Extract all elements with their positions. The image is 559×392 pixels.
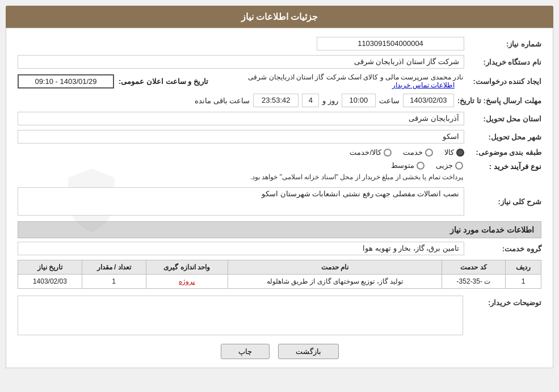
purchase-type-row: نوع فرآیند خرید : جزیی متوسط پرداخت تمام… [18, 161, 541, 183]
cell-unit: پروژه [146, 275, 228, 289]
category-row: طبقه بندی موضوعی: کالا خدمت کالا/خدمت [18, 148, 541, 157]
buyer-notes-row: توضیحات خریدار: [18, 296, 541, 335]
buyer-org-label: نام دستگاه خریدار: [468, 58, 541, 66]
date-value: 1403/01/29 - 09:10 [18, 74, 114, 88]
purchase-option-jozi[interactable]: جزیی [436, 161, 463, 170]
service-group-label: گروه خدمت: [468, 245, 541, 253]
radio-motavasset-icon [417, 162, 424, 170]
deadline-days-label: روز و [322, 96, 338, 105]
date-label: تاریخ و ساعت اعلان عمومی: [119, 77, 208, 86]
buyer-notes-textarea[interactable] [18, 296, 463, 335]
city-label: شهر محل تحویل: [468, 133, 541, 141]
purchase-radio-group: جزیی متوسط [18, 161, 463, 170]
buyer-org-row: نام دستگاه خریدار: شرکت گاز استان اذربای… [18, 55, 541, 69]
creator-label: ایجاد کننده درخواست: [468, 77, 541, 86]
service-group-value: تامین برق، گاز، بخار و تهویه هوا [18, 242, 464, 255]
main-card: شماره نیاز: 1103091504000004 نام دستگاه … [6, 28, 553, 368]
deadline-days: 4 [302, 94, 319, 107]
col-row: ردیف [506, 260, 541, 275]
cell-name: تولید گاز، توزیع سوختهای گازی از طریق شا… [228, 275, 442, 289]
need-desc-row: شرح کلی نیاز: نصب اتصالات مفصلی جهت رفع … [18, 187, 541, 216]
col-date: تاریخ نیاز [18, 260, 82, 275]
cell-row: 1 [506, 275, 541, 289]
contact-link[interactable]: اطلاعات تماس خریدار [392, 81, 455, 89]
services-section-header: اطلاعات خدمات مورد نیاز [18, 221, 541, 238]
purchase-type-content: جزیی متوسط پرداخت تمام یا بخشی از مبلغ خ… [18, 161, 463, 183]
page-header: جزئیات اطلاعات نیاز [6, 6, 553, 28]
category-label: طبقه بندی موضوعی: [468, 148, 541, 157]
need-desc-value: نصب اتصالات مفصلی جهت رفع نشتی انشعابات … [18, 187, 464, 216]
purchase-note: پرداخت تمام یا بخشی از مبلغ خریدار از مح… [18, 172, 463, 183]
deadline-date: 1403/02/03 [403, 94, 454, 107]
deadline-label: مهلت ارسال پاسخ: تا تاریخ: [457, 96, 541, 105]
radio-kala-icon [456, 149, 464, 157]
radio-jozi-label: جزیی [436, 161, 453, 170]
need-number-value: 1103091504000004 [317, 37, 464, 50]
button-row: بازگشت چاپ [18, 344, 541, 359]
category-radio-group: کالا خدمت کالا/خدمت [350, 148, 464, 157]
radio-kala-label: کالا [444, 148, 454, 157]
print-button[interactable]: چاپ [221, 344, 270, 359]
province-value: آذربایجان شرقی [18, 112, 464, 125]
back-button[interactable]: بازگشت [278, 344, 339, 359]
purchase-option-motavasset[interactable]: متوسط [391, 161, 424, 170]
need-number-label: شماره نیاز: [468, 40, 541, 48]
category-option-kala-khedmat[interactable]: کالا/خدمت [350, 148, 392, 157]
radio-motavasset-label: متوسط [391, 161, 414, 170]
purchase-type-label: نوع فرآیند خرید : [468, 161, 541, 171]
deadline-remaining: 23:53:42 [253, 94, 299, 107]
buyer-notes-label: توضیحات خریدار: [468, 296, 541, 307]
need-desc-label: شرح کلی نیاز: [468, 197, 541, 206]
col-unit: واحد اندازه گیری [146, 260, 228, 275]
deadline-time-label: ساعت [379, 96, 400, 105]
deadline-time: 10:00 [342, 94, 376, 107]
radio-khedmat-icon [425, 149, 433, 157]
page-title: جزئیات اطلاعات نیاز [241, 12, 318, 22]
radio-kala-khedmat-label: کالا/خدمت [350, 148, 381, 157]
radio-kala-khedmat-icon [384, 149, 392, 157]
city-row: شهر محل تحویل: اسکو [18, 130, 541, 144]
services-table: ردیف کد حدمت نام حدمت واحد اندازه گیری ت… [18, 260, 541, 289]
need-desc-section: شرح کلی نیاز: نصب اتصالات مفصلی جهت رفع … [18, 187, 541, 216]
category-option-khedmat[interactable]: خدمت [403, 148, 433, 157]
creator-name: نادر محمدی سرپرست مالی و کالای اسک شرکت … [218, 73, 463, 89]
deadline-remaining-label: ساعت باقی مانده [195, 96, 250, 105]
creator-date-row: ایجاد کننده درخواست: نادر محمدی سرپرست م… [18, 73, 541, 89]
col-name: نام حدمت [228, 260, 442, 275]
service-group-row: گروه خدمت: تامین برق، گاز، بخار و تهویه … [18, 242, 541, 255]
cell-code: ت -35-352- [442, 275, 505, 289]
table-row: 1 ت -35-352- تولید گاز، توزیع سوختهای گا… [18, 275, 541, 289]
buyer-org-value: شرکت گاز استان اذربایجان شرقی [18, 55, 464, 69]
cell-date: 1403/02/03 [18, 275, 82, 289]
cell-qty: 1 [82, 275, 146, 289]
col-qty: تعداد / مقدار [82, 260, 146, 275]
province-row: استان محل تحویل: آذربایجان شرقی [18, 112, 541, 125]
col-code: کد حدمت [442, 260, 505, 275]
deadline-row: مهلت ارسال پاسخ: تا تاریخ: 1403/02/03 سا… [18, 94, 541, 107]
radio-jozi-icon [455, 162, 463, 170]
radio-khedmat-label: خدمت [403, 148, 423, 157]
city-value: اسکو [18, 130, 464, 144]
services-table-header-row: ردیف کد حدمت نام حدمت واحد اندازه گیری ت… [18, 260, 541, 275]
page-container: جزئیات اطلاعات نیاز شماره نیاز: 11030915… [0, 0, 559, 392]
province-label: استان محل تحویل: [468, 115, 541, 123]
category-option-kala[interactable]: کالا [444, 148, 464, 157]
need-number-row: شماره نیاز: 1103091504000004 [18, 37, 541, 50]
